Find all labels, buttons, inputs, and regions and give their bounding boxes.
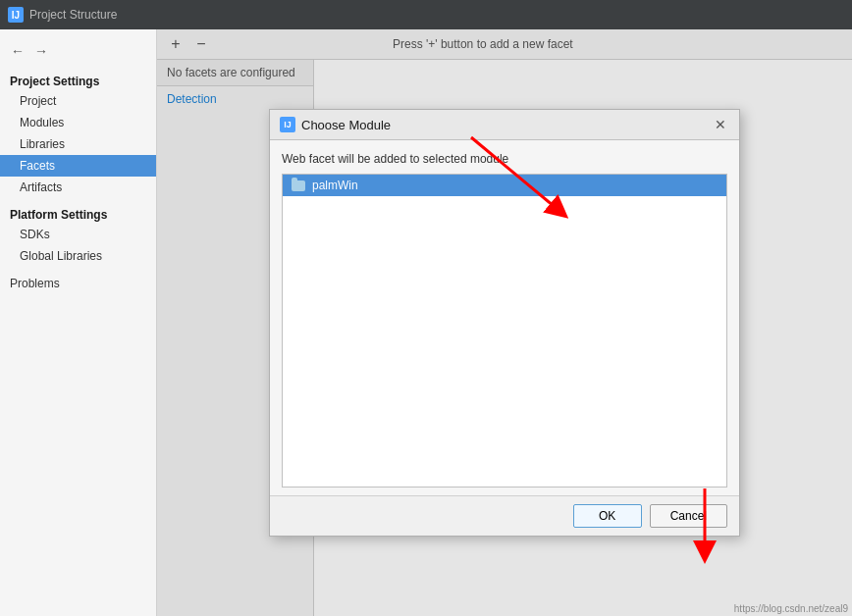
module-name: palmWin [312,179,358,192]
title-bar: IJ Project Structure [0,0,852,29]
sidebar-item-problems[interactable]: Problems [0,267,156,294]
sidebar-item-libraries[interactable]: Libraries [0,133,156,155]
choose-module-dialog: IJ Choose Module ✕ Web facet will be add… [269,109,740,537]
modal-title: Choose Module [301,118,391,132]
modal-description: Web facet will be added to selected modu… [282,152,727,166]
sidebar-item-artifacts[interactable]: Artifacts [0,177,156,198]
modal-title-bar: IJ Choose Module ✕ [270,110,739,140]
project-settings-title: Project Settings [0,69,156,90]
platform-settings-title: Platform Settings [0,198,156,224]
sidebar-item-sdks[interactable]: SDKs [0,224,156,245]
modal-body: Web facet will be added to selected modu… [270,140,739,495]
watermark: https://blog.csdn.net/zeal9 [734,603,848,614]
forward-button[interactable]: → [31,41,51,61]
main-window: IJ Project Structure ← → Project Setting… [0,0,852,616]
sidebar-item-global-libraries[interactable]: Global Libraries [0,245,156,267]
sidebar: ← → Project Settings Project Modules Lib… [0,29,157,616]
sidebar-nav: ← → [0,37,156,65]
content-area: ← → Project Settings Project Modules Lib… [0,29,852,616]
modal-close-button[interactable]: ✕ [712,116,729,133]
sidebar-item-facets[interactable]: Facets [0,155,156,177]
module-list[interactable]: palmWin [282,174,727,488]
modal-title-content: IJ Choose Module [280,117,391,132]
module-folder-icon [291,179,306,192]
main-content: + − Press '+' button to add a new facet … [157,29,852,616]
modal-overlay: IJ Choose Module ✕ Web facet will be add… [157,29,852,616]
sidebar-item-modules[interactable]: Modules [0,112,156,133]
cancel-button[interactable]: Cancel [650,504,727,528]
app-icon: IJ [8,7,24,23]
sidebar-item-project[interactable]: Project [0,90,156,112]
window-title: Project Structure [29,8,117,22]
back-button[interactable]: ← [8,41,27,61]
module-item-palmwin[interactable]: palmWin [283,175,726,196]
modal-icon: IJ [280,117,295,132]
modal-footer: OK Cancel [270,495,739,536]
ok-button[interactable]: OK [573,504,642,528]
